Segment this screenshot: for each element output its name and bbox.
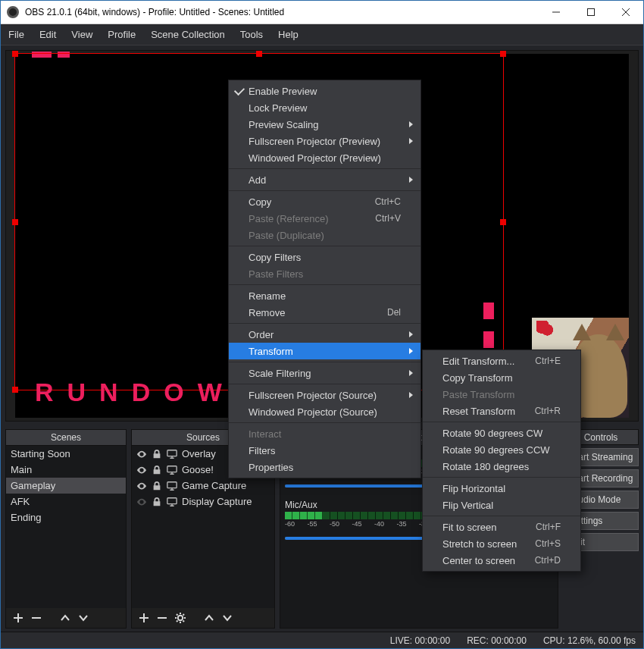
source-type-icon [167,481,177,491]
visibility-toggle-icon[interactable] [136,497,147,507]
menu-item-paste-reference: Paste (Reference)Ctrl+V [229,210,420,227]
menu-item-paste-filters: Paste Filters [229,265,420,282]
menu-item-label: Filters [249,445,275,456]
app-icon [7,6,19,18]
menu-item-label: Rotate 180 degrees [442,461,529,472]
source-label: Overlay [182,448,216,459]
source-up-button[interactable] [200,609,218,627]
scenes-list[interactable]: Starting SoonMainGameplayAFKEnding [6,446,126,608]
menu-item-preview-scaling[interactable]: Preview Scaling [229,116,420,133]
scene-label: Starting Soon [11,448,70,459]
menu-item-stretch-to-screen[interactable]: Stretch to screenCtrl+S [423,535,580,552]
menu-item-interact: Interact [229,425,420,442]
menu-item-label: Preview Scaling [249,119,319,130]
menu-item-copy-filters[interactable]: Copy Filters [229,249,420,265]
menu-profile[interactable]: Profile [100,24,143,45]
menu-item-rotate-90-degrees-cw[interactable]: Rotate 90 degrees CW [423,425,580,441]
menu-item-fullscreen-projector-preview[interactable]: Fullscreen Projector (Preview) [229,133,420,149]
menu-item-scale-filtering[interactable]: Scale Filtering [229,365,420,381]
source-item[interactable]: Display Capture [132,494,274,509]
menu-item-fit-to-screen[interactable]: Fit to screenCtrl+F [423,519,580,535]
lock-icon[interactable] [152,465,162,475]
menu-item-copy-transform[interactable]: Copy Transform [423,369,580,386]
menu-item-label: Remove [249,307,285,318]
svg-rect-4 [167,497,177,503]
menu-item-shortcut: Ctrl+S [535,538,561,549]
scene-item[interactable]: AFK [6,494,126,509]
source-label: Display Capture [182,496,252,507]
remove-scene-button[interactable] [27,609,45,627]
menu-item-label: Lock Preview [249,102,307,114]
menu-item-label: Properties [249,462,293,473]
menu-item-filters[interactable]: Filters [229,442,420,459]
scene-item[interactable]: Ending [6,509,126,525]
svg-rect-2 [167,466,177,472]
add-scene-button[interactable] [9,609,27,627]
scene-item[interactable]: Main [6,462,126,478]
scene-up-button[interactable] [56,609,74,627]
window-titlebar: OBS 21.0.1 (64bit, windows) - Profile: U… [1,1,643,24]
source-properties-button[interactable] [171,609,189,627]
visibility-toggle-icon[interactable] [136,449,147,459]
context-menu-main[interactable]: Enable PreviewLock PreviewPreview Scalin… [228,80,421,478]
menu-item-windowed-projector-preview[interactable]: Windowed Projector (Preview) [229,149,420,166]
source-item[interactable]: Game Capture [132,478,274,494]
menu-item-lock-preview[interactable]: Lock Preview [229,99,420,116]
source-down-button[interactable] [218,609,236,627]
menu-item-order[interactable]: Order [229,326,420,343]
menu-item-copy[interactable]: CopyCtrl+C [229,193,420,210]
scenes-header: Scenes [6,430,126,446]
window-maximize-button[interactable] [574,1,608,24]
menu-item-remove[interactable]: RemoveDel [229,304,420,321]
mixer-channel-name: Mic/Aux [285,500,317,510]
menu-item-fullscreen-projector-source[interactable]: Fullscreen Projector (Source) [229,387,420,403]
menu-tools[interactable]: Tools [233,24,270,45]
menu-item-flip-horizontal[interactable]: Flip Horizontal [423,480,580,497]
menu-item-shortcut: Ctrl+V [375,213,401,224]
menu-item-add[interactable]: Add [229,171,420,188]
menu-view[interactable]: View [64,24,100,45]
remove-source-button[interactable] [153,609,171,627]
lock-icon[interactable] [152,449,162,459]
scene-item[interactable]: Gameplay [6,478,126,494]
menu-item-windowed-projector-source[interactable]: Windowed Projector (Source) [229,403,420,420]
svg-point-5 [178,616,183,620]
menu-item-label: Scale Filtering [249,368,311,379]
menu-item-transform[interactable]: Transform [229,343,420,359]
obs-window: OBS 21.0.1 (64bit, windows) - Profile: U… [0,0,644,649]
lock-icon[interactable] [152,497,162,507]
menu-file[interactable]: File [1,24,32,45]
menu-scene-collection[interactable]: Scene Collection [143,24,233,45]
visibility-toggle-icon[interactable] [136,481,147,491]
menu-item-rotate-180-degrees[interactable]: Rotate 180 degrees [423,458,580,475]
scene-item[interactable]: Starting Soon [6,446,126,462]
window-minimize-button[interactable] [539,1,574,24]
visibility-toggle-icon[interactable] [136,465,147,475]
menu-item-flip-vertical[interactable]: Flip Vertical [423,497,580,513]
menu-item-label: Paste Filters [249,268,303,280]
menu-item-label: Flip Vertical [442,500,493,511]
menu-item-label: Rotate 90 degrees CCW [442,444,550,456]
menu-item-shortcut: Ctrl+F [536,522,561,532]
menu-item-properties[interactable]: Properties [229,459,420,475]
menu-item-reset-transform[interactable]: Reset TransformCtrl+R [423,403,580,419]
menu-item-rename[interactable]: Rename [229,287,420,304]
menu-edit[interactable]: Edit [32,24,64,45]
svg-rect-0 [588,9,595,16]
window-close-button[interactable] [608,1,643,24]
lock-icon[interactable] [152,481,162,491]
menu-item-enable-preview[interactable]: Enable Preview [229,83,420,99]
add-source-button[interactable] [135,609,153,627]
menu-item-label: Rotate 90 degrees CW [442,428,542,439]
scenes-panel: Scenes Starting SoonMainGameplayAFKEndin… [5,429,127,629]
context-menu-transform[interactable]: Edit Transform...Ctrl+ECopy TransformPas… [422,350,581,572]
menu-help[interactable]: Help [270,24,306,45]
menu-item-label: Flip Horizontal [442,483,505,494]
menu-item-shortcut: Ctrl+R [535,406,561,416]
menu-item-edit-transform[interactable]: Edit Transform...Ctrl+E [423,353,580,369]
menu-item-rotate-90-degrees-ccw[interactable]: Rotate 90 degrees CCW [423,441,580,458]
menu-item-label: Copy Transform [442,372,512,384]
menu-item-center-to-screen[interactable]: Center to screenCtrl+D [423,552,580,569]
scene-down-button[interactable] [74,609,92,627]
source-type-icon [167,465,177,475]
